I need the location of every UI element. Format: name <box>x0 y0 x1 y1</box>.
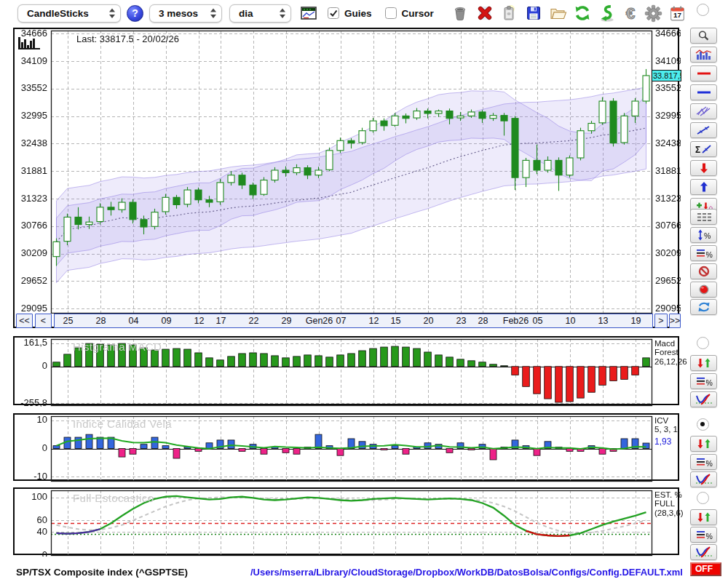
trendline-icon[interactable] <box>690 122 717 138</box>
svg-text:%: % <box>705 378 712 387</box>
stoch-panel-radio[interactable] <box>697 492 709 504</box>
chevron-up-down-icon <box>210 8 217 19</box>
arrow-down-icon[interactable] <box>690 160 717 176</box>
chart-config-icon[interactable] <box>298 4 319 23</box>
x-axis-label: 23 <box>456 316 467 326</box>
guies-checkbox-row: Guies <box>328 7 372 19</box>
cursor-label: Cursor <box>402 8 434 19</box>
icv-curves-icon[interactable] <box>690 471 717 487</box>
check-icon <box>329 9 338 17</box>
stoch-watermark: Full Estocastico <box>73 492 154 504</box>
x-axis-label: 12 <box>369 316 379 326</box>
icv-value: 1,93 <box>654 437 678 447</box>
charting-app: CandleSticks ? 3 mesos dia Guies Cursor <box>0 0 728 582</box>
icv-arrows-icon[interactable] <box>690 436 717 452</box>
sync-icon[interactable] <box>690 299 717 315</box>
help-button[interactable]: ? <box>127 5 143 22</box>
svg-text:17: 17 <box>673 11 681 19</box>
zoom-icon[interactable] <box>690 28 717 44</box>
help-glyph: ? <box>132 7 138 19</box>
settings-gear-icon[interactable] <box>644 4 664 23</box>
x-axis-label: 05 <box>533 316 543 326</box>
config-path[interactable]: /Users/mserra/Library/CloudStorage/Dropb… <box>250 567 683 578</box>
macd-curves-icon[interactable] <box>690 391 717 407</box>
macd-panel-radio[interactable] <box>697 337 709 349</box>
period-select[interactable]: 3 mesos <box>149 4 222 23</box>
red-hline-icon[interactable] <box>690 65 717 81</box>
macd-arrows-icon[interactable] <box>690 355 717 371</box>
stoch-curves-icon[interactable] <box>690 544 717 560</box>
chevron-up-down-icon <box>108 8 116 19</box>
x-axis-label: 10 <box>566 316 576 326</box>
macd-right-label: MacdForest26,12,26 <box>654 339 687 366</box>
svg-text:%: % <box>705 250 712 259</box>
rows-icon[interactable] <box>690 209 717 225</box>
calendar-icon[interactable]: 17 <box>668 4 688 23</box>
symbol-label: SP/TSX Composite index (^GSPTSE) <box>16 567 188 578</box>
forbid-icon[interactable] <box>690 263 717 279</box>
paste-icon[interactable] <box>499 4 519 23</box>
x-axis-label: 19 <box>631 316 641 326</box>
svg-text:€: € <box>625 4 635 23</box>
channel-icon[interactable] <box>690 103 717 119</box>
x-axis-label: 13 <box>598 316 609 326</box>
stochastic-panel: Full Estocastico EST. %FULL(28,3,6) <box>13 487 679 555</box>
vertical-percent-icon[interactable]: % <box>690 227 717 243</box>
stoch-arrows-icon[interactable] <box>690 509 717 525</box>
main-panel-radio[interactable] <box>697 4 709 16</box>
x-axis-label: 15 <box>391 316 401 326</box>
x-axis-label: 04 <box>129 316 139 326</box>
arrow-up-icon[interactable] <box>690 179 717 195</box>
cursor-checkbox[interactable] <box>385 7 397 19</box>
euro-icon[interactable]: € <box>620 4 641 23</box>
macd-watermark: Histgrama MACD <box>73 340 162 353</box>
revert-icon[interactable] <box>597 4 617 23</box>
toolbar: CandleSticks ? 3 mesos dia Guies Cursor <box>0 0 728 26</box>
x-axis-label-strip[interactable]: 2528040912172229Gen26071215202328Feb2605… <box>54 314 653 328</box>
stoch-lines-percent-icon[interactable]: % <box>690 527 717 543</box>
icv-lines-percent-icon[interactable]: % <box>690 454 717 470</box>
nav-next-button[interactable]: > <box>654 314 668 328</box>
refresh-icon[interactable] <box>572 4 593 23</box>
chart-type-select[interactable]: CandleSticks <box>17 4 121 23</box>
svg-text:%: % <box>705 532 712 541</box>
last-price-tag: 33.817,5 <box>652 70 681 81</box>
icv-watermark: Indice Calidad Vela <box>73 418 172 430</box>
open-folder-icon[interactable] <box>548 4 569 23</box>
x-axis-label: 20 <box>424 316 434 326</box>
guies-label: Guies <box>344 8 372 19</box>
x-axis-label: 28 <box>478 316 488 326</box>
nav-first-button[interactable]: << <box>16 314 33 328</box>
timeframe-select[interactable]: dia <box>229 4 291 23</box>
svg-text:Σ: Σ <box>695 145 700 155</box>
blue-hline-icon[interactable] <box>690 84 717 100</box>
macd-lines-percent-icon[interactable]: % <box>690 373 717 389</box>
x-axis-label: Feb26 <box>503 316 529 326</box>
delete-icon[interactable] <box>475 4 495 23</box>
nav-last-button[interactable]: >> <box>669 314 681 328</box>
icv-panel-radio[interactable] <box>697 418 709 431</box>
lines-percent-icon[interactable]: % <box>690 245 717 261</box>
icv-panel: Indice Calidad Vela ICV5, 3, 11,93 <box>13 413 679 481</box>
off-button[interactable]: OFF <box>690 562 721 576</box>
x-axis-label: 07 <box>336 316 347 326</box>
status-bar: SP/TSX Composite index (^GSPTSE) /Users/… <box>0 562 728 582</box>
main-chart-panel: Last: 33817.5 - 20/02/26 33.817,5 << < 2… <box>13 28 679 328</box>
x-axis-label: Gen26 <box>306 316 333 326</box>
chart-type-value: CandleSticks <box>27 8 89 19</box>
macd-panel: Histgrama MACD MacdForest26,12,26 <box>13 336 679 405</box>
x-axis-label: 29 <box>282 316 292 326</box>
sigma-trend-icon[interactable]: Σ <box>690 141 717 157</box>
timeframe-value: dia <box>239 8 253 19</box>
candlestick-chart[interactable] <box>15 29 681 314</box>
nav-prev-button[interactable]: < <box>35 314 52 328</box>
record-icon[interactable] <box>690 282 717 298</box>
icv-right-label: ICV5, 3, 11,93 <box>654 416 678 447</box>
x-axis-label: 09 <box>162 316 172 326</box>
trash-icon[interactable] <box>450 4 470 23</box>
guies-checkbox[interactable] <box>328 7 339 19</box>
indicator-chart-icon[interactable] <box>690 47 717 63</box>
histogram-mini-icon[interactable] <box>18 34 40 49</box>
save-icon[interactable] <box>523 4 544 23</box>
x-axis-scrollbar: << < 2528040912172229Gen26071215202328Fe… <box>15 314 681 329</box>
